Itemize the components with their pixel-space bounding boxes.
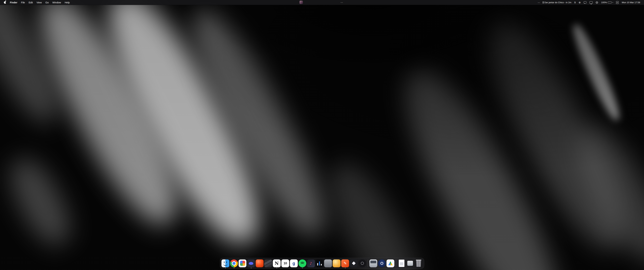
- status-battery[interactable]: 100%: [600, 0, 614, 5]
- menu-bar-left: Finder File Edit View Go Window Help: [0, 0, 72, 5]
- globe-icon: [596, 1, 598, 4]
- wallpaper-shade: [0, 0, 644, 270]
- red-app-icon: [256, 259, 264, 267]
- apple-icon: [4, 1, 6, 4]
- dock-document-file[interactable]: [398, 259, 406, 267]
- menubar-more-icon[interactable]: ⋯: [340, 0, 343, 5]
- dollar-icon: $: [574, 1, 576, 4]
- display-mirroring-icon: [590, 1, 593, 4]
- chrome-icon: [230, 259, 238, 267]
- dock-yellow-app[interactable]: [333, 259, 340, 267]
- keyhole-ring-icon: [378, 259, 386, 267]
- status-globe[interactable]: [594, 0, 600, 5]
- menu-go[interactable]: Go: [44, 0, 50, 5]
- dock-notion[interactable]: N: [273, 259, 281, 267]
- control-center-icon: [616, 1, 619, 4]
- layers-icon: [264, 259, 272, 267]
- document-icon: [398, 259, 406, 267]
- ring-icon: [358, 259, 366, 267]
- trash-icon: [415, 259, 422, 267]
- dock-trash[interactable]: [415, 259, 422, 267]
- dock-dark-ring-app[interactable]: [358, 259, 366, 267]
- dock-finder[interactable]: [222, 259, 230, 267]
- notion-glyph: N: [275, 261, 279, 266]
- status-more-dots[interactable]: ⋯: [536, 0, 542, 5]
- dock-dark-layers-app[interactable]: [264, 259, 272, 267]
- menu-window[interactable]: Window: [50, 0, 63, 5]
- app-menu-finder[interactable]: Finder: [8, 0, 19, 5]
- chart-icon: [316, 259, 324, 267]
- spotify-icon: [298, 259, 306, 267]
- dock-dark-diamond-app[interactable]: [350, 259, 358, 267]
- pencil-icon: ✎: [341, 259, 349, 267]
- dock-chrome[interactable]: [230, 259, 238, 267]
- dock-spotify[interactable]: [298, 259, 306, 267]
- status-chat[interactable]: [582, 0, 588, 5]
- menu-file[interactable]: File: [19, 0, 27, 5]
- dock: N 10 g ♪ ✎: [220, 258, 424, 269]
- music-glyph: ♪: [310, 261, 312, 265]
- dock-colorful-tiles-app[interactable]: [239, 259, 246, 267]
- menu-edit[interactable]: Edit: [27, 0, 35, 5]
- status-display[interactable]: [588, 0, 594, 5]
- discord-icon: [247, 259, 255, 267]
- notion-icon: N: [273, 259, 281, 267]
- goodnotes-glyph: g: [292, 261, 295, 266]
- status-control-center[interactable]: [614, 0, 620, 5]
- event-text: Dar jantar do Chico - in 2m: [544, 1, 571, 4]
- wallpaper: [0, 0, 644, 270]
- dock-pencil-app[interactable]: ✎: [341, 259, 349, 267]
- menu-view[interactable]: View: [35, 0, 44, 5]
- finder-icon: [222, 259, 230, 267]
- status-dollar[interactable]: $: [573, 0, 577, 5]
- dock-calendar-app[interactable]: 10: [282, 259, 289, 267]
- dock-separator: [396, 259, 396, 267]
- dock-gray-app[interactable]: [324, 259, 332, 267]
- mini-window-icon: [406, 259, 414, 267]
- dock-google-drive[interactable]: [386, 259, 394, 267]
- yellow-app-icon: [333, 259, 340, 267]
- gray-app-icon: [324, 259, 332, 267]
- dock-mini-window-file[interactable]: [406, 259, 414, 267]
- battery-nub-icon: [613, 2, 613, 3]
- status-calendar-event[interactable]: Dar jantar do Chico - in 2m: [541, 0, 573, 5]
- screenshot-thumbnail-icon: [370, 259, 377, 267]
- dock-chart-app[interactable]: [316, 259, 324, 267]
- menubar-extra-icon[interactable]: [300, 1, 303, 4]
- dock-goodnotes[interactable]: g: [290, 259, 298, 267]
- battery-icon: [608, 2, 612, 3]
- event-color-bar-icon: [543, 1, 544, 4]
- calendar-date-icon: 10: [282, 259, 289, 267]
- apple-menu[interactable]: [2, 0, 8, 5]
- status-clock[interactable]: Mon 10 Mar 17:58: [620, 0, 642, 5]
- dock-screenshot-preview[interactable]: [370, 259, 377, 267]
- menu-bar: Finder File Edit View Go Window Help ⋯ ⋯…: [0, 0, 644, 5]
- goodnotes-icon: g: [290, 259, 298, 267]
- colorful-tiles-icon: [239, 259, 246, 267]
- gear-icon: ⚙: [578, 1, 580, 4]
- chat-bubble-icon: [584, 1, 586, 4]
- google-drive-icon: [386, 259, 394, 267]
- dock-separator: [368, 259, 368, 267]
- battery-percent: 100%: [601, 1, 607, 4]
- dock-red-app[interactable]: [256, 259, 264, 267]
- dock-blue-ring-app[interactable]: [378, 259, 386, 267]
- desktop: Finder File Edit View Go Window Help ⋯ ⋯…: [0, 0, 644, 270]
- menu-help[interactable]: Help: [63, 0, 72, 5]
- calendar-date-glyph: 10: [284, 261, 287, 265]
- diamond-icon: [350, 259, 358, 267]
- music-note-icon: ♪: [307, 259, 315, 267]
- dock-discord[interactable]: [247, 259, 255, 267]
- menu-bar-status: ⋯ Dar jantar do Chico - in 2m $ ⚙ 100%: [536, 0, 644, 5]
- pencil-glyph: ✎: [344, 261, 347, 265]
- status-gear[interactable]: ⚙: [577, 0, 582, 5]
- dock-music-app[interactable]: ♪: [307, 259, 315, 267]
